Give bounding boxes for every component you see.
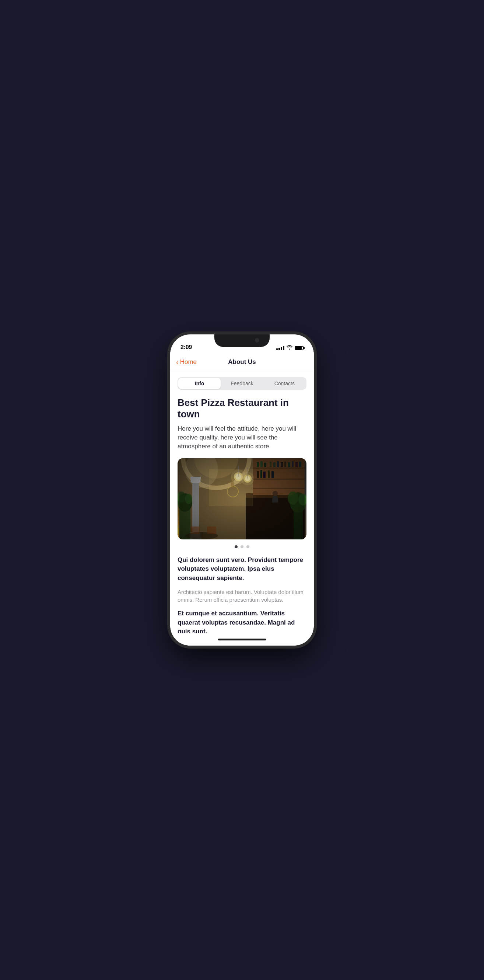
signal-icon [276, 346, 284, 350]
back-button[interactable]: ‹ Home [176, 358, 197, 366]
home-indicator [170, 633, 314, 646]
carousel-dots [178, 545, 306, 548]
section-subtext: Here you will feel the attitude, here yo… [178, 424, 306, 450]
page-heading: Best Pizza Restaurant in town [178, 397, 306, 420]
front-camera [255, 338, 259, 342]
paragraph-1: Qui dolorem sunt vero. Provident tempore… [178, 556, 306, 583]
tab-info[interactable]: Info [178, 378, 221, 389]
tab-segment: Info Feedback Contacts [178, 377, 306, 390]
phone-screen: 2:09 [170, 334, 314, 646]
back-label: Home [180, 358, 197, 366]
wifi-icon [287, 345, 292, 351]
back-chevron-icon: ‹ [176, 358, 179, 366]
carousel-dot-2[interactable] [241, 545, 243, 548]
status-icons [276, 345, 303, 351]
restaurant-interior-svg [178, 458, 306, 539]
home-bar [218, 639, 266, 640]
carousel-dot-1[interactable] [235, 545, 238, 548]
image-carousel[interactable] [178, 458, 306, 539]
nav-title: About Us [228, 358, 256, 366]
battery-icon [295, 346, 303, 350]
carousel-dot-3[interactable] [246, 545, 249, 548]
nav-bar: ‹ Home About Us [170, 353, 314, 371]
status-time: 2:09 [181, 344, 192, 351]
phone-frame: 2:09 [170, 334, 314, 646]
paragraph-2: Architecto sapiente est harum. Voluptate… [178, 588, 306, 604]
tab-feedback[interactable]: Feedback [221, 378, 263, 389]
svg-rect-61 [209, 469, 253, 506]
tab-contacts[interactable]: Contacts [263, 378, 306, 389]
content-area: Info Feedback Contacts Best Pizza Restau… [170, 371, 314, 633]
paragraph-3: Et cumque et accusantium. Veritatis quae… [178, 609, 306, 633]
notch [214, 334, 270, 347]
carousel-image-1 [178, 458, 306, 539]
content-inner: Info Feedback Contacts Best Pizza Restau… [170, 371, 314, 633]
